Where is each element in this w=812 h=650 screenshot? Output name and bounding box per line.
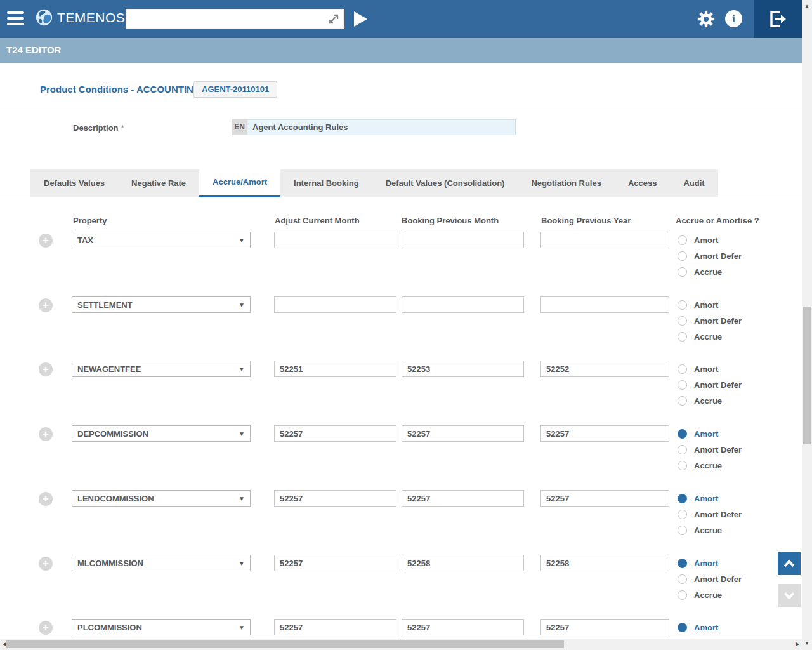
radio-option-amort[interactable]: Amort [678, 364, 718, 374]
add-row-button[interactable]: + [39, 362, 53, 376]
tab-default-values-consolidation[interactable]: Default Values (Consolidation) [372, 169, 518, 197]
settings-button[interactable] [697, 10, 716, 28]
property-select[interactable]: MLCOMMISSION ▼ [72, 555, 251, 571]
horizontal-scrollbar-thumb[interactable] [6, 640, 564, 648]
add-row-button[interactable]: + [39, 621, 53, 635]
description-input[interactable] [247, 119, 516, 135]
required-marker: * [121, 123, 124, 133]
radio-option-amort[interactable]: Amort [678, 493, 718, 503]
radio-option-amort-defer[interactable]: Amort Defer [678, 380, 742, 390]
adjust-current-month-input[interactable] [274, 232, 396, 248]
radio-option-amort[interactable]: Amort [678, 235, 718, 245]
column-header-booking-previous-year: Booking Previous Year [541, 216, 631, 225]
radio-option-amort-defer[interactable]: Amort Defer [678, 251, 742, 261]
booking-previous-year-input[interactable] [540, 490, 669, 507]
radio-option-amort-defer[interactable]: Amort Defer [678, 444, 742, 454]
tab-access[interactable]: Access [615, 169, 671, 197]
property-select-value: SETTLEMENT [77, 300, 239, 310]
search-input[interactable] [127, 10, 327, 28]
radio-option-accrue[interactable]: Accrue [678, 395, 722, 406]
tab-negotiation-rules[interactable]: Negotiation Rules [518, 169, 615, 197]
chevron-down-icon: ▼ [239, 495, 245, 502]
expand-window-icon[interactable] [327, 12, 341, 26]
booking-previous-month-input[interactable] [402, 555, 524, 571]
radio-icon [678, 251, 687, 261]
radio-option-amort[interactable]: Amort [678, 300, 718, 310]
add-row-button[interactable]: + [39, 234, 53, 248]
booking-previous-month-input[interactable] [402, 361, 524, 377]
chevron-down-icon: ▼ [239, 366, 245, 373]
booking-previous-month-input[interactable] [402, 296, 524, 313]
radio-option-accrue[interactable]: Accrue [678, 590, 722, 600]
booking-previous-year-input[interactable] [540, 361, 669, 377]
sign-out-button[interactable] [754, 0, 802, 38]
radio-option-amort[interactable]: Amort [678, 622, 718, 632]
radio-option-accrue[interactable]: Accrue [678, 525, 722, 535]
property-select[interactable]: PLCOMMISSION ▼ [72, 619, 251, 635]
radio-option-accrue[interactable]: Accrue [678, 331, 722, 342]
chevron-down-icon: ▼ [239, 560, 245, 567]
adjust-current-month-input[interactable] [274, 490, 396, 507]
booking-previous-month-input[interactable] [402, 425, 524, 442]
plus-icon: + [43, 493, 49, 505]
booking-previous-year-input[interactable] [540, 425, 669, 442]
description-label: Description* [73, 123, 124, 133]
scrollbar-down-arrow[interactable]: ▼ [802, 639, 812, 649]
property-row: + TAX ▼ Amort Amort Defer Accrue [0, 232, 802, 295]
run-command-button[interactable] [350, 10, 369, 29]
add-row-button[interactable]: + [39, 427, 53, 441]
property-select[interactable]: NEWAGENTFEE ▼ [72, 361, 251, 377]
info-button[interactable]: i [725, 10, 742, 27]
property-select[interactable]: TAX ▼ [72, 232, 251, 248]
radio-icon [678, 445, 687, 454]
radio-option-amort-defer[interactable]: Amort Defer [678, 315, 742, 326]
radio-option-accrue[interactable]: Accrue [678, 460, 722, 470]
adjust-current-month-input[interactable] [274, 619, 396, 635]
booking-previous-month-input[interactable] [402, 490, 524, 507]
property-select[interactable]: SETTLEMENT ▼ [72, 296, 251, 313]
vertical-scrollbar-thumb[interactable] [803, 307, 811, 444]
radio-icon [678, 494, 687, 503]
scroll-to-top-button[interactable] [778, 552, 801, 575]
tab-internal-booking[interactable]: Internal Booking [280, 169, 372, 197]
adjust-current-month-input[interactable] [274, 296, 396, 313]
booking-previous-year-input[interactable] [540, 619, 669, 635]
add-row-button[interactable]: + [39, 557, 53, 571]
add-row-button[interactable]: + [39, 298, 53, 312]
booking-previous-year-input[interactable] [540, 232, 669, 248]
adjust-current-month-input[interactable] [274, 555, 396, 571]
vertical-scrollbar[interactable]: ▲ ▼ [802, 0, 812, 650]
column-header-accrue-or-amortise: Accrue or Amortise ? [676, 216, 759, 225]
add-row-button[interactable]: + [39, 492, 53, 506]
accrue-amortise-radio-group: Amort Amort Defer Accrue [678, 361, 792, 409]
property-select-value: LENDCOMMISSION [77, 494, 239, 503]
tab-audit[interactable]: Audit [670, 169, 717, 197]
radio-option-amort[interactable]: Amort [678, 558, 718, 568]
tab-negative-rate[interactable]: Negative Rate [118, 169, 199, 197]
scroll-to-bottom-button[interactable] [778, 584, 801, 607]
radio-option-accrue[interactable]: Accrue [678, 267, 722, 277]
adjust-current-month-input[interactable] [274, 361, 396, 377]
tab-defaults-values[interactable]: Defaults Values [30, 169, 118, 197]
property-select[interactable]: DEPCOMMISSION ▼ [72, 425, 251, 442]
booking-previous-month-input[interactable] [402, 232, 524, 248]
property-select-value: TAX [77, 235, 239, 245]
booking-previous-year-input[interactable] [540, 555, 669, 571]
radio-icon [678, 461, 687, 470]
scrollbar-right-arrow[interactable]: ▶ [793, 639, 802, 650]
info-icon: i [732, 13, 735, 24]
property-select[interactable]: LENDCOMMISSION ▼ [72, 490, 251, 507]
booking-previous-month-input[interactable] [402, 619, 524, 635]
horizontal-scrollbar[interactable]: ◀ ▶ [0, 639, 802, 650]
hamburger-menu-icon[interactable] [7, 11, 24, 27]
booking-previous-year-input[interactable] [540, 296, 669, 313]
radio-option-amort-defer[interactable]: Amort Defer [678, 574, 742, 584]
adjust-current-month-input[interactable] [274, 425, 396, 442]
scrollbar-up-arrow[interactable]: ▲ [802, 1, 812, 11]
radio-option-amort-defer[interactable]: Amort Defer [678, 509, 742, 519]
module-title: T24 EDITOR [6, 44, 61, 55]
module-header: T24 EDITOR [0, 38, 802, 63]
tab-accrue-amort[interactable]: Accrue/Amort [199, 169, 280, 197]
play-icon [350, 10, 369, 29]
radio-option-amort[interactable]: Amort [678, 428, 718, 439]
